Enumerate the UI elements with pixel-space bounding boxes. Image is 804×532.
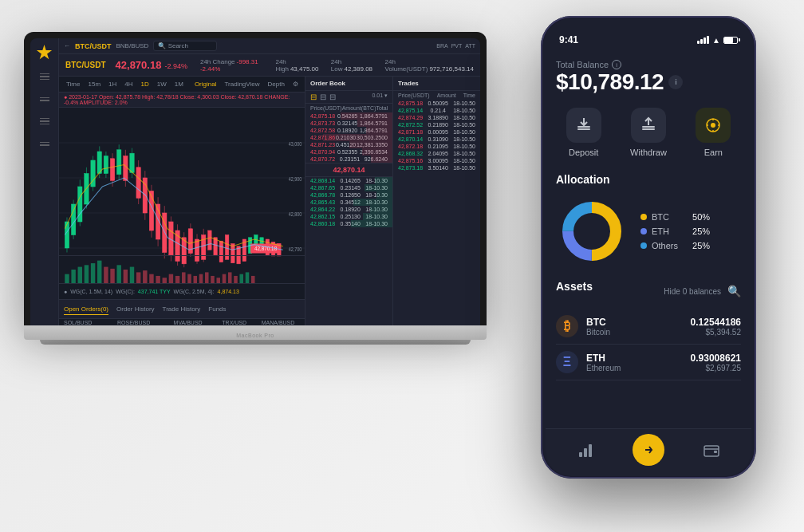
- trade-row: 42,875.180.5009518-10.50: [393, 100, 480, 107]
- ob-view-icons: ⊟ ⊟ ⊟ 0.01 ▾: [305, 91, 392, 104]
- phone-time: 9:41: [559, 34, 578, 45]
- bottom-tabs: Open Orders(0) Order History Trade Histo…: [59, 299, 305, 318]
- withdraw-icon-wrap: [631, 108, 666, 143]
- tab-funds[interactable]: Funds: [208, 304, 226, 314]
- sell-orders: 42,875.180.542651,864.5791 42,873.730.32…: [305, 112, 392, 163]
- svg-rect-85: [182, 272, 186, 283]
- asset-row-eth[interactable]: Ξ ETH Ethereum 0.93008621 $2,697.25: [556, 345, 741, 380]
- eth-legend-dot: [640, 228, 647, 234]
- hide-balances[interactable]: Hide 0 balances: [664, 287, 721, 296]
- search-box[interactable]: 🔍 Search: [153, 41, 217, 51]
- donut-chart: [556, 195, 628, 267]
- eth-icon: Ξ: [556, 351, 578, 373]
- nav-wallet[interactable]: [694, 432, 729, 467]
- allocation-legend: BTC 50% ETH 25% Others 25%: [640, 212, 710, 250]
- back-button[interactable]: ←: [64, 42, 70, 49]
- balance-amount: $10,789.12 i: [556, 69, 741, 95]
- allocation-title: Allocation: [556, 173, 741, 186]
- svg-rect-92: [223, 274, 227, 283]
- donut-container: BTC 50% ETH 25% Others 25%: [556, 195, 741, 267]
- btc-legend-dot: [640, 214, 647, 220]
- nav-charts[interactable]: [568, 432, 603, 467]
- trade-icon[interactable]: [38, 93, 51, 105]
- phone-content: Total Balance i $10,789.12 i: [543, 53, 754, 428]
- trade-row: 42,875.140.21.418-10.50: [393, 107, 480, 114]
- binance-logo-icon: [37, 45, 53, 61]
- svg-rect-67: [65, 274, 69, 283]
- asset-row-btc[interactable]: ₿ BTC Bitcoin 0.12544186 $5,394.52: [556, 309, 741, 345]
- markets-icon[interactable]: [38, 70, 51, 83]
- deposit-button[interactable]: Deposit: [556, 108, 611, 157]
- withdraw-label: Withdraw: [630, 148, 667, 157]
- price-bar: BTC/USDT 42,870.18 -2.94% 24h Change-998…: [59, 54, 480, 77]
- svg-rect-75: [116, 265, 120, 283]
- eth-info: ETH Ethereum: [586, 353, 683, 372]
- ob-buy-row: 42,862.150.2513018-10.30: [305, 213, 392, 220]
- buy-orders: 42,868.140.1426518-10.30 42,867.650.2314…: [305, 177, 392, 227]
- secondary-pair: BNB/BUSD: [116, 42, 149, 49]
- tab-order-history[interactable]: Order History: [116, 304, 155, 314]
- trade-row: 42,871.180.0009518-10.50: [393, 128, 480, 136]
- laptop-base: [24, 325, 487, 340]
- status-bar: 9:41 ▲: [543, 18, 754, 53]
- legend-btc: BTC 50%: [640, 212, 710, 222]
- phone-inner: 9:41 ▲: [543, 18, 754, 476]
- action-buttons: Deposit Withdraw: [556, 108, 741, 157]
- top-nav: ← BTC/USDT BNB/BUSD 🔍 Search BRA PVT ATT: [59, 38, 480, 54]
- ob-sell-row: 42,870.940.523552,390.6534: [305, 148, 392, 156]
- deposit-icon-wrap: [566, 108, 601, 143]
- balance-section: Total Balance i $10,789.12 i: [556, 60, 741, 95]
- sidebar-left: [30, 38, 59, 325]
- balance-info-icon[interactable]: i: [612, 60, 621, 69]
- svg-rect-73: [104, 267, 108, 283]
- ob-col-headers: Price(USDT)Amount(BTC)Total: [305, 104, 392, 112]
- trade-row: 42,875.163.0009518-10.50: [393, 157, 480, 164]
- assets-section: Assets Hide 0 balances 🔍 ₿ BT: [556, 280, 741, 380]
- svg-rect-91: [216, 278, 220, 283]
- grid-icon[interactable]: [38, 137, 51, 150]
- ob-buy-row: 42,868.140.1426518-10.30: [305, 177, 392, 184]
- svg-rect-101: [642, 126, 655, 128]
- battery-icon: [723, 37, 738, 44]
- svg-rect-81: [156, 276, 160, 283]
- ticker-trx: TRX/USD +2.03 %: [222, 320, 253, 326]
- svg-rect-48: [208, 231, 212, 250]
- earn-button[interactable]: Earn: [686, 108, 741, 157]
- laptop-foot: [40, 340, 471, 345]
- wifi-icon: ▲: [712, 36, 720, 45]
- legend-eth: ETH 25%: [640, 227, 710, 236]
- buy-crypto-icon[interactable]: [38, 115, 51, 128]
- phone-status-icons: ▲: [697, 36, 738, 45]
- others-legend-dot: [640, 242, 647, 249]
- laptop-screen-bezel: ← BTC/USDT BNB/BUSD 🔍 Search BRA PVT ATT: [30, 38, 480, 325]
- svg-rect-74: [110, 269, 114, 283]
- svg-rect-97: [251, 276, 255, 283]
- stat-change: 24h Change-998.31 -2.44%: [200, 58, 266, 73]
- svg-rect-89: [205, 272, 209, 283]
- legend-others: Others 25%: [640, 241, 710, 250]
- search-icon[interactable]: 🔍: [727, 285, 741, 298]
- deposit-label: Deposit: [569, 148, 598, 157]
- chart-alert-bar: ● 2023-01-17 Open: 42,875.78 High: 42,78…: [59, 93, 305, 108]
- svg-rect-88: [199, 274, 203, 283]
- eth-amount: 0.93008621: [691, 353, 741, 364]
- tab-trade-history[interactable]: Trade History: [163, 304, 201, 314]
- assets-header: Assets Hide 0 balances 🔍: [556, 280, 741, 302]
- ob-buy-row: 42,866.780.1265018-10.30: [305, 191, 392, 199]
- trade-active-bg: [633, 434, 664, 466]
- ob-buy-row: 42,860.180.3514018-10.30: [305, 220, 392, 227]
- ob-buy-row: 42,864.220.1892018-10.30: [305, 206, 392, 213]
- allocation-section: Allocation: [556, 173, 741, 267]
- eth-value: $2,697.25: [691, 364, 741, 372]
- ticker-mva: MVA/BUSD -2.91, 3.883: [174, 320, 215, 326]
- stat-volume: 24h Volume(USDT)972,716,543.14: [385, 58, 474, 73]
- nav-trade[interactable]: [631, 432, 666, 467]
- stat-low: 24h Low42,389.08: [331, 58, 376, 73]
- withdraw-button[interactable]: Withdraw: [621, 108, 676, 157]
- withdraw-icon: [640, 116, 657, 134]
- scene: ← BTC/USDT BNB/BUSD 🔍 Search BRA PVT ATT: [0, 0, 804, 532]
- balance-eye-button[interactable]: i: [668, 75, 683, 89]
- svg-text:42,700: 42,700: [289, 247, 302, 253]
- tab-open-orders[interactable]: Open Orders(0): [64, 304, 108, 315]
- trade-row: 42,873.183.5014018-10.50: [393, 164, 480, 171]
